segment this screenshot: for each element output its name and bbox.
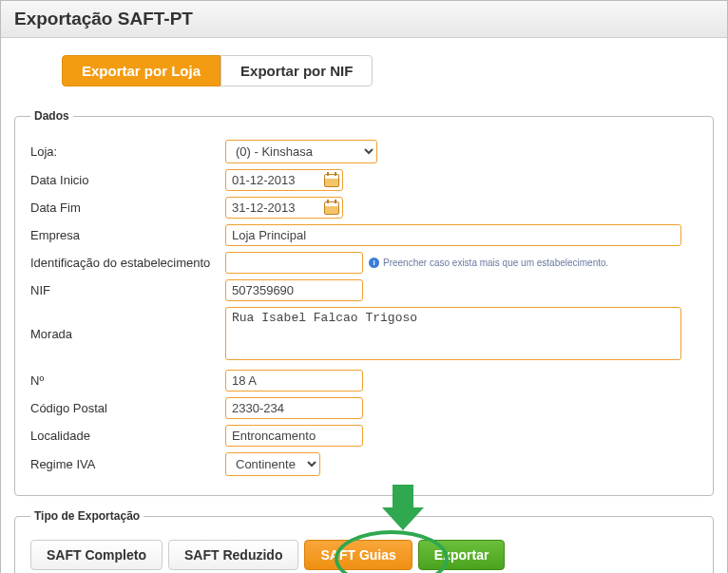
regime-select[interactable]: Continente [225, 452, 320, 476]
data-inicio-field[interactable] [225, 169, 343, 191]
numero-label: Nº [30, 373, 225, 388]
cp-label: Código Postal [30, 401, 225, 415]
estabelecimento-hint: i Preencher caso exista mais que um esta… [369, 258, 608, 268]
morada-textarea[interactable] [225, 307, 681, 360]
data-fim-input[interactable] [232, 199, 308, 217]
export-buttons-row: SAFT Completo SAFT Reduzido SAFT Guias E… [30, 540, 698, 570]
morada-label: Morada [30, 327, 225, 341]
info-icon: i [369, 258, 379, 268]
data-fim-field[interactable] [225, 197, 343, 219]
window-content: Exportar por Loja Exportar por NIF Dados… [1, 38, 727, 573]
localidade-label: Localidade [30, 429, 225, 443]
exportar-button[interactable]: Exportar [418, 540, 506, 570]
data-inicio-label: Data Inicio [30, 173, 225, 187]
calendar-icon[interactable] [324, 174, 339, 187]
saft-guias-button[interactable]: SAFT Guias [304, 540, 412, 570]
loja-select[interactable]: (0) - Kinshasa [225, 140, 377, 163]
window-title: Exportação SAFT-PT [1, 1, 727, 38]
dados-fieldset: Dados Loja: (0) - Kinshasa Data Inicio [14, 109, 714, 496]
saft-reduzido-button[interactable]: SAFT Reduzido [168, 540, 298, 570]
data-fim-label: Data Fim [30, 201, 225, 215]
tab-export-by-store[interactable]: Exportar por Loja [62, 55, 220, 86]
numero-input[interactable] [225, 370, 363, 392]
saft-export-window: Exportação SAFT-PT Exportar por Loja Exp… [0, 0, 728, 573]
saft-completo-button[interactable]: SAFT Completo [30, 540, 163, 570]
empresa-label: Empresa [30, 228, 225, 242]
loja-label: Loja: [30, 144, 225, 159]
tipo-exportacao-fieldset: Tipo de Exportação SAFT Completo SAFT Re… [14, 509, 714, 573]
regime-label: Regime IVA [30, 457, 225, 471]
export-mode-tabs: Exportar por Loja Exportar por NIF [62, 55, 714, 86]
dados-legend: Dados [30, 109, 73, 123]
cp-input[interactable] [225, 397, 363, 419]
tab-export-by-nif[interactable]: Exportar por NIF [220, 55, 373, 86]
empresa-input[interactable] [225, 224, 681, 246]
tipo-exportacao-legend: Tipo de Exportação [30, 509, 144, 523]
calendar-icon[interactable] [324, 201, 339, 215]
estabelecimento-input[interactable] [225, 252, 363, 274]
localidade-input[interactable] [225, 425, 363, 447]
data-inicio-input[interactable] [232, 171, 308, 189]
estabelecimento-label: Identificação do estabelecimento [30, 256, 225, 270]
nif-label: NIF [30, 283, 225, 297]
nif-input[interactable] [225, 279, 363, 301]
